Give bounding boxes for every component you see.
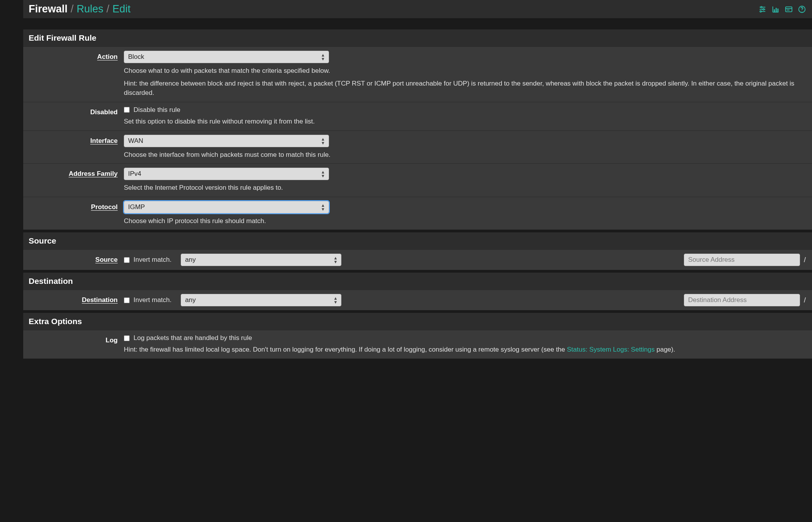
toolbar-icons [758,5,807,14]
action-hint: Hint: the difference between block and r… [124,79,807,98]
help-icon[interactable] [797,5,807,14]
interface-select-wrap: WAN ▲▼ [124,135,329,147]
action-select[interactable]: Block [124,51,329,63]
source-address-input[interactable] [684,254,800,266]
panel-header-source: Source [23,232,812,249]
destination-address-input[interactable] [684,294,800,306]
breadcrumb: Firewall / Rules / Edit [29,3,130,15]
disabled-checkbox-row: Disable this rule [124,106,807,114]
protocol-select-wrap: IGMP ▲▼ [124,201,329,213]
label-source: Source [23,254,124,266]
breadcrumb-sep: / [106,3,110,15]
svg-rect-9 [776,8,777,12]
log-checkbox[interactable] [124,335,130,341]
svg-point-4 [763,9,764,10]
address-family-help: Select the Internet Protocol version thi… [124,183,807,193]
svg-point-5 [760,10,762,12]
disabled-help: Set this option to disable this rule wit… [124,117,807,127]
source-invert-checkbox[interactable] [124,257,130,263]
action-help: Choose what to do with packets that matc… [124,66,807,76]
label-disabled: Disabled [23,106,124,127]
source-addr-group: / [684,254,807,266]
breadcrumb-root: Firewall [29,3,68,15]
destination-invert-label: Invert match. [134,296,171,304]
log-hint: Hint: the firewall has limited local log… [124,345,807,355]
destination-mask-sep: / [803,296,807,304]
row-destination: Destination Invert match. any ▲▼ / [23,290,812,310]
panel-header-edit-rule: Edit Firewall Rule [23,29,812,46]
cell-source: Invert match. any ▲▼ / [124,254,812,266]
row-log: Log Log packets that are handled by this… [23,330,812,359]
svg-point-3 [761,6,762,8]
panel-header-extra-options: Extra Options [23,313,812,330]
cell-action: Block ▲▼ Choose what to do with packets … [124,51,812,98]
address-family-select-wrap: IPv4 ▲▼ [124,168,329,180]
cell-protocol: IGMP ▲▼ Choose which IP protocol this ru… [124,201,812,226]
breadcrumb-sep: / [71,3,74,15]
source-invert-label: Invert match. [134,256,171,264]
source-invert-row: Invert match. [124,256,171,264]
label-action: Action [23,51,124,98]
destination-invert-checkbox[interactable] [124,297,130,303]
source-type-select[interactable]: any [181,254,341,266]
address-family-select[interactable]: IPv4 [124,168,329,180]
log-settings-link[interactable]: Status: System Logs: Settings [567,346,655,353]
row-address-family: Address Family IPv4 ▲▼ Select the Intern… [23,163,812,197]
destination-match-group: Invert match. any ▲▼ [124,294,341,306]
action-select-wrap: Block ▲▼ [124,51,329,63]
svg-rect-11 [786,7,792,12]
row-interface: Interface WAN ▲▼ Choose the interface fr… [23,130,812,164]
destination-type-select-wrap: any ▲▼ [181,294,341,306]
destination-invert-row: Invert match. [124,296,171,304]
source-mask-sep: / [803,256,807,264]
card-icon[interactable] [784,5,793,14]
row-action: Action Block ▲▼ Choose what to do with p… [23,46,812,102]
svg-rect-10 [778,9,779,12]
panel-destination: Destination Destination Invert match. an… [23,272,812,310]
panel-extra-options: Extra Options Log Log packets that are h… [23,313,812,359]
log-checkbox-label: Log packets that are handled by this rul… [134,334,252,342]
cell-address-family: IPv4 ▲▼ Select the Internet Protocol ver… [124,168,812,193]
log-checkbox-row: Log packets that are handled by this rul… [124,334,807,342]
svg-rect-8 [774,9,775,12]
label-protocol: Protocol [23,201,124,226]
label-destination: Destination [23,294,124,306]
panel-edit-rule: Edit Firewall Rule Action Block ▲▼ Choos… [23,29,812,230]
cell-interface: WAN ▲▼ Choose the interface from which p… [124,135,812,160]
cell-disabled: Disable this rule Set this option to dis… [124,106,812,127]
destination-type-select[interactable]: any [181,294,341,306]
breadcrumb-edit-link[interactable]: Edit [113,3,131,15]
disabled-checkbox[interactable] [124,107,130,113]
cell-log: Log packets that are handled by this rul… [124,334,812,355]
sliders-icon[interactable] [758,5,767,14]
disabled-checkbox-label: Disable this rule [134,106,180,114]
row-source: Source Invert match. any ▲▼ / [23,249,812,270]
row-disabled: Disabled Disable this rule Set this opti… [23,102,812,130]
interface-help: Choose the interface from which packets … [124,150,807,160]
cell-destination: Invert match. any ▲▼ / [124,294,812,306]
row-protocol: Protocol IGMP ▲▼ Choose which IP protoco… [23,197,812,230]
protocol-help: Choose which IP protocol this rule shoul… [124,216,807,226]
svg-point-15 [802,10,802,11]
panel-source: Source Source Invert match. any ▲▼ / [23,232,812,270]
label-address-family: Address Family [23,168,124,193]
protocol-select[interactable]: IGMP [124,201,329,213]
label-log: Log [23,334,124,355]
log-hint-after: page). [655,346,675,353]
log-hint-before: Hint: the firewall has limited local log… [124,346,567,353]
panel-header-destination: Destination [23,272,812,290]
interface-select[interactable]: WAN [124,135,329,147]
source-type-select-wrap: any ▲▼ [181,254,341,266]
destination-addr-group: / [684,294,807,306]
breadcrumb-bar: Firewall / Rules / Edit [23,0,812,18]
breadcrumb-rules-link[interactable]: Rules [77,3,103,15]
source-match-group: Invert match. any ▲▼ [124,254,341,266]
bar-chart-icon[interactable] [771,5,780,14]
label-interface: Interface [23,135,124,160]
